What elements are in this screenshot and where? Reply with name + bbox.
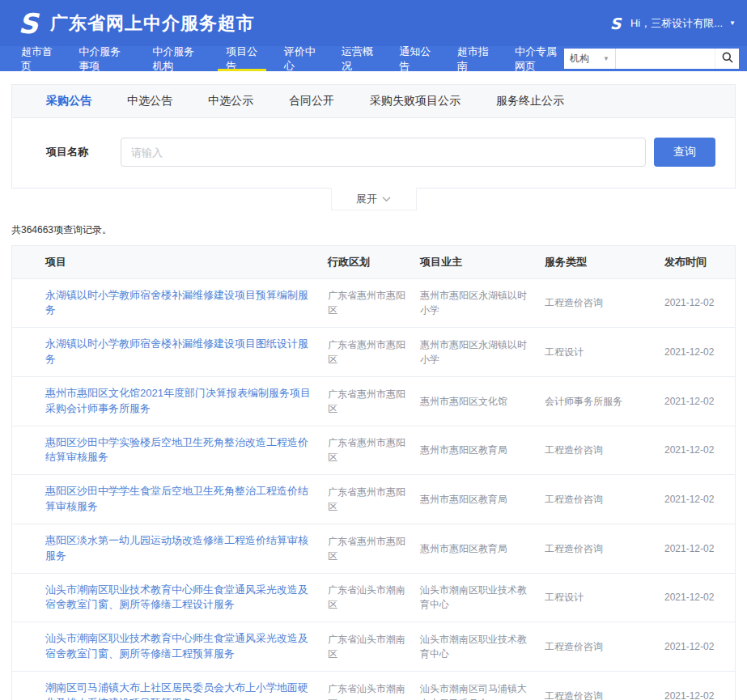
project-link[interactable]: 潮南区司马浦镇大布上社区居民委员会大布上小学地面硬化及排水系统建设项目预算服务: [45, 681, 308, 700]
table-row: 惠阳区沙田中学学生食堂后空地卫生死角整治工程造价结算审核服务广东省惠州市惠阳区惠…: [12, 475, 735, 524]
project-link[interactable]: 汕头市潮南区职业技术教育中心师生食堂通风采光改造及宿舍教室门窗、厕所等修缮工程设…: [45, 583, 308, 611]
project-cell: 汕头市潮南区职业技术教育中心师生食堂通风采光改造及宿舍教室门窗、厕所等修缮工程预…: [12, 622, 328, 672]
region-cell: 广东省惠州市惠阳区: [328, 376, 420, 426]
project-name-label: 项目名称: [46, 145, 121, 159]
nav-item-1[interactable]: 中介服务事项: [77, 46, 128, 71]
subtab-3[interactable]: 合同公开: [289, 94, 334, 108]
nav-item-4[interactable]: 评价中心: [282, 46, 317, 71]
subtab-5[interactable]: 服务终止公示: [496, 94, 564, 108]
column-header-3: 服务类型: [545, 246, 664, 278]
expand-button[interactable]: 展开: [331, 188, 417, 210]
project-link[interactable]: 永湖镇以时小学教师宿舍楼补漏维修建设项目图纸设计服务: [45, 337, 308, 365]
region-cell: 广东省惠州市惠阳区: [328, 278, 420, 328]
publish-date-cell: 2021-12-02: [664, 376, 735, 426]
nav-item-8[interactable]: 中介专属网页: [513, 46, 564, 71]
nav-search: 机构 ▼: [564, 46, 739, 71]
table-row: 惠州市惠阳区文化馆2021年度部门决算报表编制服务项目采购会计师事务所服务广东省…: [12, 376, 735, 426]
publish-date-cell: 2021-12-02: [664, 622, 735, 672]
nav-item-5[interactable]: 运营概况: [340, 46, 375, 71]
service-type-cell: 工程设计: [545, 573, 664, 622]
result-count: 共364663项查询记录。: [11, 223, 736, 237]
owner-cell: 惠州市惠阳区教育局: [420, 426, 545, 475]
main-nav: 超市首页中介服务事项中介服务机构项目公告评价中心运营概况通知公告超市指南中介专属…: [0, 46, 747, 71]
project-link[interactable]: 惠阳区淡水第一幼儿园运动场改造修缮工程造价结算审核服务: [45, 534, 308, 562]
owner-cell: 惠州市惠阳区永湖镇以时小学: [420, 328, 545, 377]
publish-date-cell: 2021-12-02: [664, 278, 735, 328]
svg-text:S: S: [610, 15, 622, 32]
project-name-input[interactable]: [121, 138, 646, 167]
subtab-0[interactable]: 采购公告: [46, 94, 91, 108]
column-header-0: 项目: [12, 246, 328, 278]
search-category-value: 机构: [570, 52, 589, 66]
table-row: 潮南区司马浦镇大布上社区居民委员会大布上小学地面硬化及排水系统建设项目预算服务广…: [12, 672, 735, 700]
results-table-card: 项目行政区划项目业主服务类型发布时间 永湖镇以时小学教师宿舍楼补漏维修建设项目预…: [11, 245, 736, 700]
search-category-select[interactable]: 机构 ▼: [564, 49, 616, 69]
nav-item-2[interactable]: 中介服务机构: [151, 46, 202, 71]
project-cell: 惠阳区沙田中学实验楼后空地卫生死角整治改造工程造价结算审核服务: [12, 426, 328, 475]
project-link[interactable]: 永湖镇以时小学教师宿舍楼补漏维修建设项目预算编制服务: [45, 289, 308, 316]
project-link[interactable]: 惠州市惠阳区文化馆2021年度部门决算报表编制服务项目采购会计师事务所服务: [45, 387, 311, 414]
region-cell: 广东省汕头市潮南区: [328, 672, 420, 700]
owner-cell: 惠州市惠阳区永湖镇以时小学: [420, 278, 545, 328]
publish-date-cell: 2021-12-02: [664, 475, 735, 524]
nav-item-6[interactable]: 通知公告: [397, 46, 432, 71]
main-nav-items: 超市首页中介服务事项中介服务机构项目公告评价中心运营概况通知公告超市指南中介专属…: [19, 46, 564, 71]
service-type-cell: 工程造价咨询: [545, 672, 664, 700]
brand: S 广东省网上中介服务超市: [13, 9, 255, 38]
region-cell: 广东省惠州市惠阳区: [328, 475, 420, 524]
project-link[interactable]: 惠阳区沙田中学学生食堂后空地卫生死角整治工程造价结算审核服务: [45, 485, 308, 512]
svg-text:S: S: [19, 9, 40, 38]
publish-date-cell: 2021-12-02: [664, 524, 735, 573]
owner-cell: 惠州市惠阳区教育局: [420, 524, 545, 573]
project-cell: 惠阳区淡水第一幼儿园运动场改造修缮工程造价结算审核服务: [12, 524, 328, 573]
region-cell: 广东省汕头市潮南区: [328, 573, 420, 622]
project-link[interactable]: 惠阳区沙田中学实验楼后空地卫生死角整治改造工程造价结算审核服务: [45, 436, 308, 464]
brand-logo-icon: S: [13, 9, 42, 38]
nav-search-input[interactable]: [616, 49, 715, 69]
user-menu[interactable]: S Hi，三桥设计有限... ▼: [606, 15, 736, 32]
column-header-2: 项目业主: [420, 246, 545, 278]
subtab-4[interactable]: 采购失败项目公示: [370, 94, 461, 108]
project-cell: 永湖镇以时小学教师宿舍楼补漏维修建设项目预算编制服务: [12, 278, 328, 328]
owner-cell: 汕头市潮南区职业技术教育中心: [420, 622, 545, 672]
select-caret-down-icon: ▼: [603, 55, 609, 62]
owner-cell: 汕头市潮南区司马浦镇大布上居民委员会: [420, 672, 545, 700]
table-header-row: 项目行政区划项目业主服务类型发布时间: [12, 246, 735, 278]
project-cell: 惠州市惠阳区文化馆2021年度部门决算报表编制服务项目采购会计师事务所服务: [12, 376, 328, 426]
owner-cell: 惠州市惠阳区教育局: [420, 475, 545, 524]
service-type-cell: 工程造价咨询: [545, 426, 664, 475]
chevron-down-icon: [382, 193, 391, 205]
main-content: 采购公告中选公告中选公示合同公开采购失败项目公示服务终止公示 项目名称 查询 展…: [0, 71, 747, 700]
user-greeting: Hi，三桥设计有限...: [630, 16, 723, 31]
user-logo-icon: S: [606, 15, 624, 32]
table-row: 惠阳区沙田中学实验楼后空地卫生死角整治改造工程造价结算审核服务广东省惠州市惠阳区…: [12, 426, 735, 475]
nav-item-0[interactable]: 超市首页: [19, 46, 54, 71]
region-cell: 广东省惠州市惠阳区: [328, 524, 420, 573]
service-type-cell: 工程造价咨询: [545, 278, 664, 328]
service-type-cell: 会计师事务所服务: [545, 376, 664, 426]
project-cell: 惠阳区沙田中学学生食堂后空地卫生死角整治工程造价结算审核服务: [12, 475, 328, 524]
user-caret-down-icon: ▼: [729, 19, 736, 27]
region-cell: 广东省惠州市惠阳区: [328, 328, 420, 377]
nav-item-7[interactable]: 超市指南: [456, 46, 490, 71]
region-cell: 广东省汕头市潮南区: [328, 622, 420, 672]
table-row: 永湖镇以时小学教师宿舍楼补漏维修建设项目预算编制服务广东省惠州市惠阳区惠州市惠阳…: [12, 278, 735, 328]
announcement-subtabs: 采购公告中选公告中选公示合同公开采购失败项目公示服务终止公示: [12, 85, 735, 118]
table-row: 惠阳区淡水第一幼儿园运动场改造修缮工程造价结算审核服务广东省惠州市惠阳区惠州市惠…: [12, 524, 735, 573]
nav-item-3[interactable]: 项目公告: [224, 46, 259, 71]
owner-cell: 惠州市惠阳区文化馆: [420, 376, 545, 426]
expand-button-label: 展开: [356, 192, 377, 206]
subtab-1[interactable]: 中选公告: [127, 94, 172, 108]
service-type-cell: 工程设计: [545, 328, 664, 377]
nav-search-button[interactable]: [715, 49, 739, 69]
service-type-cell: 工程造价咨询: [545, 475, 664, 524]
subtab-2[interactable]: 中选公示: [208, 94, 253, 108]
query-button[interactable]: 查询: [654, 138, 715, 167]
project-cell: 潮南区司马浦镇大布上社区居民委员会大布上小学地面硬化及排水系统建设项目预算服务: [12, 672, 328, 700]
app-title: 广东省网上中介服务超市: [50, 11, 255, 36]
column-header-4: 发布时间: [664, 246, 735, 278]
project-link[interactable]: 汕头市潮南区职业技术教育中心师生食堂通风采光改造及宿舍教室门窗、厕所等修缮工程预…: [45, 632, 308, 660]
table-body: 永湖镇以时小学教师宿舍楼补漏维修建设项目预算编制服务广东省惠州市惠阳区惠州市惠阳…: [12, 278, 735, 700]
table-row: 汕头市潮南区职业技术教育中心师生食堂通风采光改造及宿舍教室门窗、厕所等修缮工程设…: [12, 573, 735, 622]
app-header: S 广东省网上中介服务超市 S Hi，三桥设计有限... ▼: [0, 0, 747, 46]
